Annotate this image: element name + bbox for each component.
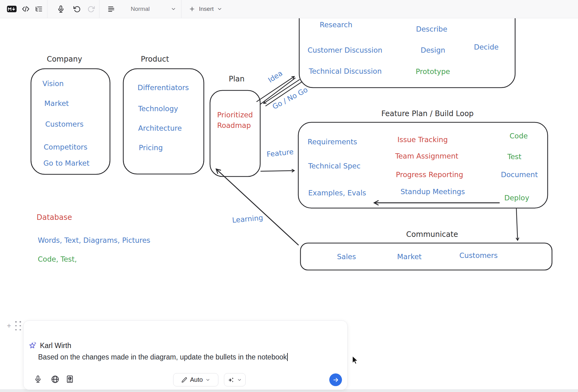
product-item-differentiators[interactable]: Differentiators: [138, 84, 189, 92]
discovery-item-customer-discussion[interactable]: Customer Discussion: [308, 46, 382, 54]
build-loop-item-examples-evals[interactable]: Examples, Evals: [308, 189, 366, 197]
sparkles-icon: [228, 377, 234, 383]
voice-input-button[interactable]: [34, 375, 42, 383]
learning-arrow[interactable]: [216, 169, 298, 245]
whiteboard-canvas[interactable]: Research Customer Discussion Technical D…: [0, 18, 578, 392]
web-search-button[interactable]: [51, 375, 59, 384]
plus-icon: [189, 6, 195, 12]
markdown-icon: [7, 6, 17, 12]
pencil-icon: [181, 377, 187, 383]
dictate-button[interactable]: [55, 0, 67, 18]
markdown-toggle-button[interactable]: [6, 0, 18, 18]
discovery-item-describe[interactable]: Describe: [416, 25, 447, 33]
note-database[interactable]: Database: [37, 213, 72, 222]
build-loop-item-team-assignment[interactable]: Team Assignment: [395, 152, 458, 160]
feature-label[interactable]: Feature: [266, 148, 294, 159]
discovery-item-technical-discussion[interactable]: Technical Discussion: [309, 67, 382, 75]
communicate-item-customers[interactable]: Customers: [459, 251, 498, 259]
discovery-item-design[interactable]: Design: [421, 46, 445, 54]
toolbar-divider: [47, 0, 47, 18]
mode-selector-dropdown[interactable]: Auto: [173, 373, 218, 386]
note-content-types[interactable]: Words, Text, Diagrams, Pictures: [38, 236, 150, 244]
build-loop-item-standup-meetings[interactable]: Standup Meetings: [401, 188, 465, 196]
outline-view-button[interactable]: [33, 0, 45, 18]
toolbar-divider: [99, 0, 99, 18]
plan-line1[interactable]: Prioritized: [217, 111, 253, 119]
code-view-button[interactable]: [20, 0, 32, 18]
toolbar-divider: [181, 0, 182, 18]
browse-page-button[interactable]: [66, 375, 74, 383]
chevron-down-icon: [217, 6, 222, 12]
insert-dropdown[interactable]: Insert: [185, 0, 226, 18]
chevron-down-icon: [205, 377, 210, 382]
build-loop-item-requirements[interactable]: Requirements: [308, 138, 357, 146]
communicate-item-market[interactable]: Market: [397, 253, 422, 261]
chevron-down-icon: [171, 6, 176, 12]
ai-actions-dropdown[interactable]: [224, 373, 246, 386]
company-item-competitors[interactable]: Competitors: [44, 143, 87, 151]
company-item-vision[interactable]: Vision: [42, 80, 64, 88]
company-item-go-to-market[interactable]: Go to Market: [43, 159, 90, 167]
note-code-test[interactable]: Code, Test,: [38, 255, 77, 263]
product-item-technology[interactable]: Technology: [138, 105, 178, 113]
undo-button[interactable]: [71, 0, 83, 18]
discovery-item-research[interactable]: Research: [320, 21, 352, 29]
globe-icon: [51, 375, 59, 384]
discovery-item-decide[interactable]: Decide: [474, 43, 499, 51]
send-arrow-icon: [332, 377, 339, 383]
ai-chat-panel[interactable]: Karl Wirth Based on the changes made in …: [23, 320, 348, 390]
microphone-icon: [34, 375, 42, 383]
build-loop-item-test[interactable]: Test: [507, 153, 521, 161]
chat-toolbar: Auto: [24, 373, 347, 387]
undo-icon: [73, 5, 81, 13]
build-loop-item-document[interactable]: Document: [501, 171, 538, 179]
plan-box[interactable]: [210, 90, 260, 176]
deploy-to-communicate-arrow[interactable]: [516, 209, 518, 240]
top-toolbar: Normal Insert: [0, 0, 578, 18]
microphone-icon: [57, 5, 65, 13]
learning-label[interactable]: Learning: [232, 214, 263, 224]
communicate-item-sales[interactable]: Sales: [337, 253, 356, 261]
plan-title[interactable]: Plan: [229, 75, 244, 83]
text-caret: [287, 353, 288, 361]
chat-message[interactable]: Based on the changes made in the diagram…: [38, 353, 288, 361]
company-item-customers[interactable]: Customers: [45, 120, 84, 128]
build-loop-title[interactable]: Feature Plan / Build Loop: [381, 109, 474, 118]
product-item-pricing[interactable]: Pricing: [139, 144, 163, 152]
redo-icon: [87, 5, 95, 13]
outline-tree-icon: [35, 5, 43, 13]
mouse-cursor: [352, 356, 358, 364]
communicate-title[interactable]: Communicate: [406, 230, 458, 239]
feature-arrow[interactable]: [261, 171, 294, 171]
redo-button[interactable]: [85, 0, 98, 18]
code-icon: [22, 5, 30, 13]
ai-star-icon: [28, 341, 37, 350]
webpage-icon: [66, 375, 74, 383]
product-title[interactable]: Product: [141, 55, 169, 63]
build-loop-item-progress-reporting[interactable]: Progress Reporting: [396, 171, 463, 179]
build-loop-item-issue-tracking[interactable]: Issue Tracking: [397, 136, 448, 144]
chat-author-name: Karl Wirth: [40, 342, 71, 350]
company-item-market[interactable]: Market: [44, 99, 69, 107]
build-loop-item-technical-spec[interactable]: Technical Spec: [308, 162, 361, 170]
add-block-button[interactable]: +: [7, 322, 11, 329]
text-style-value: Normal: [131, 6, 150, 12]
product-item-architecture[interactable]: Architecture: [138, 124, 182, 132]
text-style-dropdown[interactable]: Normal: [126, 0, 181, 18]
paragraph-style-button[interactable]: [105, 0, 118, 18]
build-loop-item-deploy[interactable]: Deploy: [504, 194, 529, 202]
align-lines-icon: [107, 5, 115, 13]
idea-label[interactable]: Idea: [267, 69, 284, 84]
build-loop-item-code[interactable]: Code: [510, 132, 528, 140]
drag-handle-icon[interactable]: [15, 321, 22, 330]
send-button[interactable]: [329, 373, 342, 386]
discovery-item-prototype[interactable]: Prototype: [416, 68, 450, 76]
chat-author-row: Karl Wirth: [28, 341, 71, 350]
chat-message-text: Based on the changes made in the diagram…: [38, 353, 287, 361]
company-title[interactable]: Company: [47, 55, 82, 63]
chevron-down-icon: [237, 377, 242, 382]
plan-line2[interactable]: Roadmap: [217, 121, 251, 129]
insert-label: Insert: [199, 6, 214, 12]
mode-label: Auto: [190, 376, 203, 383]
